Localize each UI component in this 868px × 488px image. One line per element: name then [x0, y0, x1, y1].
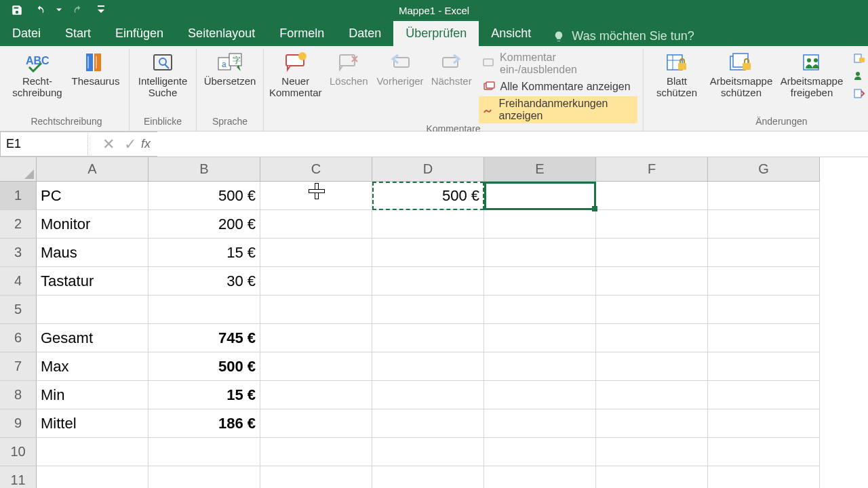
column-header-B[interactable]: B [149, 157, 260, 182]
smart-lookup-button[interactable]: Intelligente Suche [135, 49, 191, 98]
cell[interactable]: 200 € [149, 210, 260, 239]
qat-customize-icon[interactable] [94, 3, 108, 18]
cell[interactable] [372, 352, 484, 381]
cell[interactable] [708, 182, 820, 210]
cell[interactable] [596, 324, 708, 352]
cell[interactable] [372, 409, 484, 438]
tab-home[interactable]: Start [53, 21, 103, 46]
cell[interactable] [260, 296, 372, 324]
cell[interactable]: 186 € [149, 409, 260, 438]
cell[interactable] [708, 239, 820, 267]
cell[interactable]: 500 € [372, 182, 484, 210]
cell[interactable]: 15 € [149, 239, 260, 267]
new-comment-button[interactable]: Neuer Kommentar [269, 49, 322, 98]
cell[interactable]: PC [37, 182, 149, 210]
cell[interactable] [149, 438, 260, 466]
cell[interactable] [484, 182, 596, 210]
cell[interactable] [708, 267, 820, 296]
spreadsheet-grid[interactable]: ABCDEFG 1234567891011 PC500 €500 €Monito… [0, 157, 868, 488]
cell[interactable] [596, 267, 708, 296]
cell[interactable] [708, 352, 820, 381]
cell[interactable] [372, 296, 484, 324]
tab-view[interactable]: Ansicht [479, 21, 543, 46]
cell[interactable] [260, 381, 372, 409]
row-header-8[interactable]: 8 [0, 381, 37, 409]
row-header-4[interactable]: 4 [0, 267, 37, 296]
undo-icon[interactable] [33, 3, 47, 18]
share-workbook-button[interactable]: Arbeitsmappe freigeben [778, 49, 846, 98]
cell[interactable]: 30 € [149, 267, 260, 296]
cell[interactable] [260, 239, 372, 267]
cancel-formula-icon[interactable]: ✕ [98, 131, 119, 157]
row-header-10[interactable]: 10 [0, 438, 37, 466]
cell[interactable] [484, 239, 596, 267]
row-headers[interactable]: 1234567891011 [0, 182, 37, 488]
cell[interactable] [372, 210, 484, 239]
column-header-D[interactable]: D [372, 157, 484, 182]
column-header-F[interactable]: F [596, 157, 708, 182]
show-ink-button[interactable]: Freihandanmerkungen anzeigen [479, 96, 638, 123]
tab-data[interactable]: Daten [336, 21, 393, 46]
cell[interactable]: 745 € [149, 324, 260, 352]
allow-users-button[interactable]: Benutze [848, 68, 868, 84]
cell[interactable] [149, 296, 260, 324]
next-comment-button[interactable]: Nächster [427, 49, 476, 87]
cell[interactable]: Gesamt [37, 324, 149, 352]
cell[interactable] [596, 409, 708, 438]
cell[interactable] [484, 466, 596, 488]
tab-formulas[interactable]: Formeln [267, 21, 336, 46]
delete-comment-button[interactable]: Löschen [325, 49, 374, 87]
cell[interactable] [149, 466, 260, 488]
row-header-7[interactable]: 7 [0, 352, 37, 381]
cell[interactable] [37, 296, 149, 324]
cell[interactable] [484, 296, 596, 324]
cell[interactable] [37, 438, 149, 466]
translate-button[interactable]: a字 Übersetzen [202, 49, 258, 87]
name-box[interactable] [0, 131, 81, 157]
cell[interactable] [708, 409, 820, 438]
tellme-box[interactable]: Was möchten Sie tun? [543, 29, 703, 43]
tab-insert[interactable]: Einfügen [103, 21, 176, 46]
row-header-6[interactable]: 6 [0, 324, 37, 352]
cell[interactable] [708, 381, 820, 409]
save-icon[interactable] [9, 3, 24, 18]
column-headers[interactable]: ABCDEFG [37, 157, 868, 182]
protect-workbook-button[interactable]: Arbeitsmappe schützen [707, 49, 775, 98]
tab-review[interactable]: Überprüfen [393, 21, 479, 46]
cell[interactable] [484, 210, 596, 239]
cell[interactable] [484, 381, 596, 409]
select-all-cells[interactable] [0, 157, 37, 182]
column-header-C[interactable]: C [260, 157, 372, 182]
cell[interactable]: Max [37, 352, 149, 381]
cell[interactable] [596, 438, 708, 466]
cell[interactable] [708, 296, 820, 324]
cell[interactable] [484, 438, 596, 466]
cell[interactable] [596, 352, 708, 381]
cell[interactable] [596, 466, 708, 488]
column-header-E[interactable]: E [484, 157, 596, 182]
column-header-A[interactable]: A [37, 157, 149, 182]
row-header-9[interactable]: 9 [0, 409, 37, 438]
cell[interactable] [596, 182, 708, 210]
cell[interactable] [372, 438, 484, 466]
undo-dropdown-icon[interactable] [56, 3, 62, 18]
track-changes-button[interactable]: Änderu [848, 85, 868, 102]
cell[interactable] [37, 466, 149, 488]
row-header-3[interactable]: 3 [0, 239, 37, 267]
cell[interactable]: Mittel [37, 409, 149, 438]
cell[interactable] [260, 267, 372, 296]
thesaurus-button[interactable]: Thesaurus [68, 49, 123, 87]
cell[interactable] [708, 210, 820, 239]
cell[interactable] [260, 324, 372, 352]
previous-comment-button[interactable]: Vorheriger [376, 49, 425, 87]
formula-input[interactable] [157, 131, 868, 157]
accept-formula-icon[interactable]: ✓ [119, 131, 141, 157]
cell[interactable] [260, 409, 372, 438]
cell[interactable] [596, 296, 708, 324]
protect-sheet-button[interactable]: Blatt schützen [649, 49, 705, 98]
cells-area[interactable]: PC500 €500 €Monitor200 €Maus15 €Tastatur… [37, 182, 868, 488]
cell[interactable] [372, 466, 484, 488]
fx-icon[interactable]: fx [141, 131, 157, 157]
redo-icon[interactable] [71, 3, 85, 18]
cell[interactable]: 500 € [149, 182, 260, 210]
